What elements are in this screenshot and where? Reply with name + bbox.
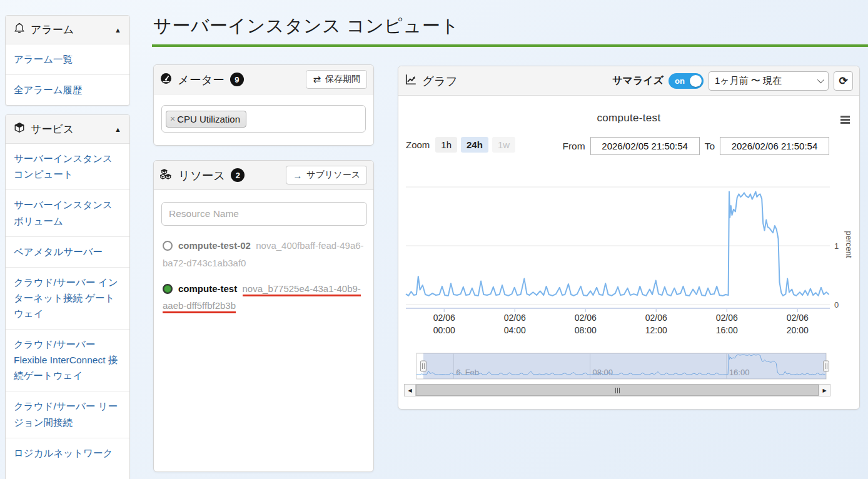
navigator-mask — [423, 353, 826, 379]
y-tick-label: 1 — [834, 241, 839, 251]
bell-icon — [14, 23, 25, 37]
sidebar-item-service-2[interactable]: ベアメタルサーバー — [6, 237, 129, 268]
title-accent-rule — [152, 44, 868, 47]
subresource-button[interactable]: → サブリソース — [286, 166, 367, 184]
collapse-icon[interactable]: ▲ — [114, 26, 121, 34]
scrollbar-thumb[interactable] — [416, 385, 819, 396]
service-section-header[interactable]: サービス ▲ — [6, 115, 129, 144]
cube-icon — [14, 122, 25, 136]
summarize-label: サマライズ — [612, 74, 664, 88]
toggle-state-label: on — [675, 76, 685, 86]
meter-chip-label: CPU Utilization — [177, 114, 240, 124]
service-item-list: サーバーインスタンス コンピュートサーバーインスタンス ボリュームベアメタルサー… — [6, 144, 129, 468]
meter-panel: メーター 9 ⇄ 保存期間 × CPU Utilization — [153, 64, 374, 146]
sidebar-item-alarm-0[interactable]: アラーム一覧 — [6, 44, 129, 75]
x-tick-label: 20:00 — [787, 325, 809, 335]
meter-panel-header: メーター 9 ⇄ 保存期間 — [154, 65, 373, 94]
navigator-handle[interactable] — [420, 361, 426, 371]
sidebar-item-service-1[interactable]: サーバーインスタンス ボリューム — [6, 190, 129, 236]
resource-panel-title: リソース — [178, 168, 225, 183]
scroll-right-button[interactable]: ▶ — [819, 384, 830, 396]
resource-search-input[interactable] — [161, 202, 367, 226]
sidebar-item-service-6[interactable]: ロジカルネットワーク — [6, 438, 129, 468]
gauge-icon — [160, 73, 172, 87]
graph-body: compute-test Zoom 1h24h1w From To 02/060… — [398, 96, 859, 409]
summarize-toggle[interactable]: on — [669, 73, 704, 89]
chart-scrollbar: ◀ ▶ — [404, 384, 830, 396]
x-tick-label: 04:00 — [504, 325, 526, 335]
resource-name: compute-test-02 — [178, 240, 251, 251]
x-tick-label: 02/06 — [433, 313, 455, 323]
x-tick-label: 12:00 — [645, 325, 667, 335]
series-line — [406, 192, 829, 296]
sidebar-item-service-4[interactable]: クラウド/サーバー Flexible InterConnect 接続ゲートウェイ — [6, 330, 129, 391]
alarm-section-header[interactable]: アラーム ▲ — [6, 16, 129, 44]
alarm-section: アラーム ▲ アラーム一覧全アラーム履歴 — [5, 15, 130, 106]
chevron-down-icon — [817, 76, 824, 83]
resource-panel: リソース 2 → サブリソース compute-test-02 nova_400… — [153, 160, 374, 472]
x-tick-label: 16:00 — [716, 325, 738, 335]
y-axis-title: percent — [844, 231, 854, 258]
resource-radio[interactable] — [163, 241, 173, 251]
meter-count-badge: 9 — [230, 73, 244, 86]
meter-panel-title: メーター — [178, 72, 225, 88]
resource-row[interactable]: compute-test nova_b77525e4-43a1-40b9-aae… — [163, 280, 365, 315]
scrollbar-track[interactable] — [416, 384, 819, 396]
y-tick-label: 0 — [834, 300, 839, 310]
meter-tag-input[interactable]: × CPU Utilization — [161, 105, 366, 133]
resource-panel-header: リソース 2 → サブリソース — [154, 161, 373, 190]
collapse-icon[interactable]: ▲ — [114, 126, 121, 133]
period-select[interactable]: 1ヶ月前 〜 現在 — [709, 71, 829, 91]
line-chart-icon — [405, 73, 417, 88]
service-item-partial — [6, 468, 129, 479]
resource-name: compute-test — [178, 283, 237, 294]
alarm-item-list: アラーム一覧全アラーム履歴 — [6, 44, 129, 105]
x-tick-label: 08:00 — [575, 325, 597, 335]
meter-chip[interactable]: × CPU Utilization — [166, 111, 246, 128]
x-tick-label: 02/06 — [787, 313, 809, 323]
retention-period-button[interactable]: ⇄ 保存期間 — [306, 70, 367, 89]
graph-panel-header: グラフ サマライズ on 1ヶ月前 〜 現在 ⟳ — [398, 66, 859, 96]
resource-count-badge: 2 — [231, 168, 245, 182]
x-tick-label: 00:00 — [433, 325, 455, 335]
x-tick-label: 02/06 — [645, 313, 667, 323]
resource-list: compute-test-02 nova_400fbaff-fead-49a6-… — [154, 226, 373, 315]
cubes-icon — [160, 168, 173, 183]
arrow-right-icon: → — [293, 170, 302, 181]
remove-chip-icon[interactable]: × — [170, 114, 175, 124]
x-tick-label: 02/06 — [716, 313, 738, 323]
sidebar: アラーム ▲ アラーム一覧全アラーム履歴 サービス ▲ サーバーインスタンス コ… — [5, 15, 130, 479]
toggle-knob — [690, 75, 702, 87]
refresh-button[interactable]: ⟳ — [834, 71, 853, 91]
graph-panel-title: グラフ — [422, 73, 458, 89]
scroll-left-button[interactable]: ◀ — [404, 384, 416, 396]
service-section: サービス ▲ サーバーインスタンス コンピュートサーバーインスタンス ボリューム… — [5, 114, 130, 479]
sidebar-item-service-3[interactable]: クラウド/サーバー インターネット接続 ゲートウェイ — [6, 268, 129, 330]
period-select-value: 1ヶ月前 〜 現在 — [715, 75, 782, 87]
page-title: サーバーインスタンス コンピュート — [153, 14, 459, 39]
resource-row[interactable]: compute-test-02 nova_400fbaff-fead-49a6-… — [163, 237, 365, 272]
service-section-title: サービス — [31, 122, 74, 136]
sidebar-item-service-5[interactable]: クラウド/サーバー リージョン間接続 — [6, 391, 129, 438]
resource-radio[interactable] — [163, 284, 173, 294]
alarm-section-title: アラーム — [31, 23, 74, 37]
sidebar-item-alarm-1[interactable]: 全アラーム履歴 — [6, 75, 129, 105]
graph-panel: グラフ サマライズ on 1ヶ月前 〜 現在 ⟳ compute-test Zo… — [398, 66, 860, 410]
swap-icon: ⇄ — [313, 74, 321, 85]
sidebar-item-service-0[interactable]: サーバーインスタンス コンピュート — [6, 144, 129, 190]
refresh-icon: ⟳ — [839, 74, 847, 88]
navigator-handle[interactable] — [824, 361, 829, 371]
chart-plot-area: 02/0600:0002/0604:0002/0608:0002/0612:00… — [398, 96, 859, 409]
x-tick-label: 02/06 — [504, 313, 526, 323]
x-tick-label: 02/06 — [575, 313, 597, 323]
